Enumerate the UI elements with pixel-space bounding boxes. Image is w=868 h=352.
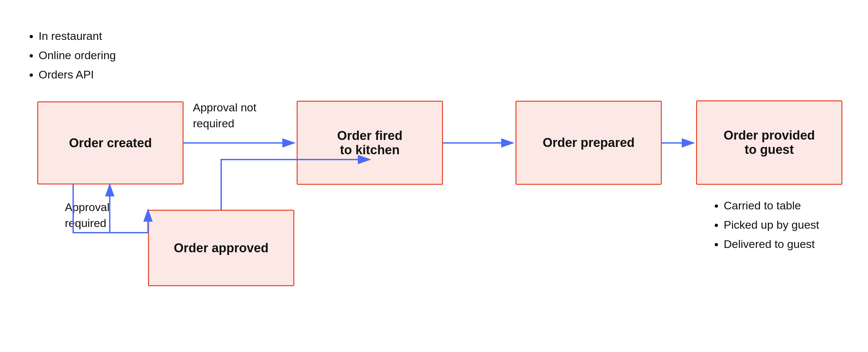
- diagram-container: In restaurant Online ordering Orders API…: [0, 0, 868, 352]
- list-item-restaurant: In restaurant: [38, 27, 116, 46]
- list-item-pickup: Picked up by guest: [724, 215, 819, 235]
- box-fired-label: Order firedto kitchen: [337, 129, 402, 157]
- list-item-delivered: Delivered to guest: [724, 235, 819, 254]
- box-order-approved: Order approved: [148, 210, 294, 286]
- box-order-fired: Order firedto kitchen: [297, 101, 443, 185]
- box-prepared-label: Order prepared: [543, 136, 635, 150]
- box-order-created: Order created: [37, 101, 184, 185]
- label-approval-required: Approvalrequired: [65, 199, 110, 231]
- list-item-api: Orders API: [38, 65, 116, 85]
- box-order-prepared: Order prepared: [516, 101, 662, 185]
- box-order-provided: Order providedto guest: [696, 100, 842, 185]
- bottom-right-list: Carried to table Picked up by guest Deli…: [712, 196, 819, 254]
- list-item-carried: Carried to table: [724, 196, 819, 215]
- box-provided-label: Order providedto guest: [724, 128, 815, 157]
- list-item-online: Online ordering: [38, 46, 116, 65]
- label-approval-not-required: Approval notrequired: [193, 100, 256, 131]
- box-approved-label: Order approved: [174, 241, 268, 255]
- top-left-list: In restaurant Online ordering Orders API: [27, 27, 116, 84]
- box-created-label: Order created: [69, 136, 152, 150]
